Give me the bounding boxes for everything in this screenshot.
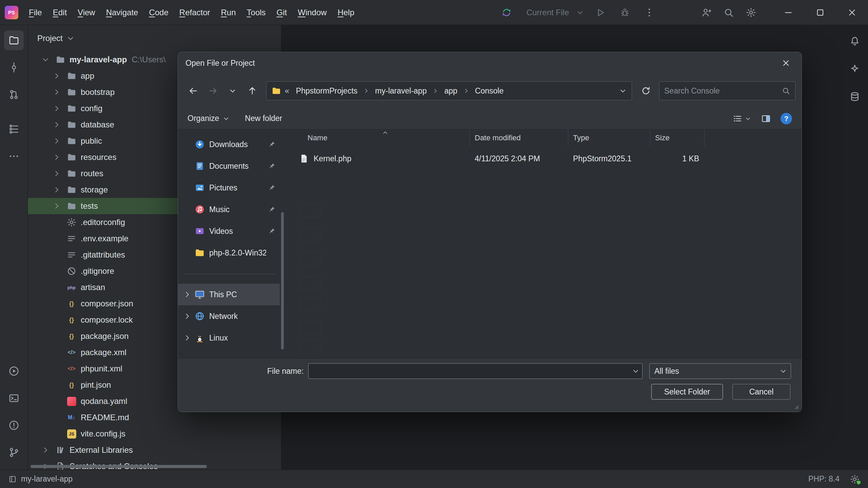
column-header-size[interactable]: Size (650, 129, 705, 146)
preview-pane-button[interactable] (761, 114, 771, 124)
dialog-close-button[interactable] (770, 52, 802, 74)
place-documents[interactable]: Documents (178, 155, 280, 177)
chevron-right-icon[interactable] (183, 290, 194, 299)
status-notifications-icon[interactable] (850, 474, 860, 484)
php-version-widget[interactable]: PHP: 8.4 (808, 474, 840, 484)
select-folder-button[interactable]: Select Folder (651, 384, 723, 400)
chevron-right-icon[interactable] (183, 333, 194, 342)
search-box[interactable] (659, 81, 795, 100)
menu-window[interactable]: Window (293, 5, 332, 20)
tool-commit-button[interactable] (4, 58, 24, 77)
place-downloads[interactable]: Downloads (178, 134, 280, 155)
tree-item-external-libraries[interactable]: External Libraries (28, 442, 281, 458)
up-button[interactable] (243, 82, 261, 100)
tool-project-button[interactable] (4, 30, 24, 50)
address-dropdown-chevron[interactable] (619, 87, 627, 95)
help-button[interactable]: ? (781, 113, 792, 124)
ghost-row (299, 340, 320, 354)
chevron-down-icon[interactable] (574, 3, 586, 22)
menu-git[interactable]: Git (272, 5, 292, 20)
notifications-button[interactable] (845, 31, 865, 51)
view-mode-button[interactable] (732, 114, 751, 124)
chevron-right-icon[interactable] (183, 312, 194, 321)
list-lines-icon (66, 249, 77, 261)
navigation-pane-scrollbar[interactable] (280, 129, 285, 358)
file-row-kernel-php[interactable]: Kernel.php4/11/2025 2:04 PMPhpStorm2025.… (285, 149, 802, 168)
forward-button[interactable] (204, 82, 222, 100)
phpstorm-logo[interactable]: PS (5, 6, 18, 19)
project-tree-hscrollbar[interactable] (31, 465, 207, 468)
run-play-icon[interactable] (591, 3, 610, 22)
breadcrumb-my-laravel-app[interactable]: my-laravel-app (372, 85, 430, 97)
braces-icon: {} (66, 330, 77, 342)
file-name-label: File name: (267, 367, 303, 376)
menu-file[interactable]: File (24, 5, 47, 20)
place-label: Network (209, 312, 238, 321)
menu-tools[interactable]: Tools (242, 5, 271, 20)
menu-help[interactable]: Help (333, 5, 359, 20)
dialog-title-bar[interactable]: Open File or Project (178, 52, 802, 74)
new-folder-button[interactable]: New folder (245, 114, 282, 123)
place-pictures[interactable]: Pictures (178, 177, 280, 199)
tool-more-button[interactable] (4, 146, 24, 166)
debug-icon[interactable] (615, 3, 635, 22)
refresh-button[interactable] (637, 82, 655, 100)
minimize-button[interactable] (772, 0, 804, 25)
maximize-button[interactable] (804, 0, 836, 25)
menu-refactor[interactable]: Refactor (174, 5, 215, 20)
file-type-select[interactable]: All files (649, 363, 791, 379)
project-panel-header[interactable]: Project (28, 25, 281, 52)
back-button[interactable] (184, 82, 202, 100)
status-project-widget[interactable]: my-laravel-app (8, 474, 73, 484)
menu-navigate[interactable]: Navigate (101, 5, 143, 20)
tool-run-button[interactable] (4, 361, 24, 381)
tool-problems-button[interactable] (4, 415, 24, 435)
search-input[interactable] (664, 86, 782, 96)
column-header-name[interactable]: Name (285, 129, 470, 146)
organize-button[interactable]: Organize (188, 114, 230, 123)
tool-version-control-button[interactable] (4, 443, 24, 462)
address-bar[interactable]: «PhpstormProjectsmy-laravel-appappConsol… (266, 81, 632, 100)
file-name-combobox[interactable] (308, 363, 643, 379)
place-network[interactable]: Network (178, 305, 280, 327)
add-user-icon[interactable] (696, 3, 716, 22)
breadcrumb-console[interactable]: Console (472, 85, 507, 97)
place-php-8-2-0-win32[interactable]: php-8.2.0-Win32 (178, 242, 280, 264)
tool-terminal-button[interactable] (4, 388, 24, 408)
chevron-right-icon (52, 153, 66, 162)
search-everywhere-icon[interactable] (719, 3, 738, 22)
ai-assistant-button[interactable] (845, 59, 865, 79)
breadcrumb-overflow[interactable]: « (283, 86, 291, 96)
menu-edit[interactable]: Edit (48, 5, 72, 20)
history-chevron-button[interactable] (223, 82, 242, 100)
tree-item-label: .env.example (81, 234, 129, 243)
place-music[interactable]: Music (178, 199, 280, 220)
menu-run[interactable]: Run (216, 5, 241, 20)
breadcrumb-phpstormprojects[interactable]: PhpstormProjects (293, 85, 361, 97)
tree-item-label: resources (81, 152, 116, 162)
cancel-button[interactable]: Cancel (732, 384, 790, 400)
place-this-pc[interactable]: This PC (178, 284, 280, 305)
place-videos[interactable]: Videos (178, 220, 280, 242)
place-linux[interactable]: Linux (178, 327, 280, 349)
settings-icon[interactable] (741, 3, 761, 22)
sync-icon[interactable] (497, 3, 516, 22)
scrollbar-thumb[interactable] (281, 212, 284, 349)
resize-grip-icon[interactable] (792, 403, 800, 410)
dialog-footer: File name: All files Select Folder Cance… (178, 358, 802, 412)
column-header-type[interactable]: Type (568, 129, 650, 146)
tree-item-vite-config-js[interactable]: JSvite.config.js (28, 426, 281, 442)
tool-structure-button[interactable] (4, 119, 24, 139)
tool-pull-requests-button[interactable] (4, 85, 24, 104)
chevron-down-icon[interactable] (629, 367, 642, 375)
menu-view[interactable]: View (73, 5, 100, 20)
kebab-icon[interactable] (639, 3, 659, 22)
file-name-input[interactable] (309, 367, 629, 376)
database-button[interactable] (845, 87, 865, 106)
run-config-selector[interactable]: Current File (527, 8, 569, 17)
close-button[interactable] (836, 0, 868, 25)
menu-code[interactable]: Code (144, 5, 173, 20)
breadcrumb-app[interactable]: app (441, 85, 460, 97)
tree-item-label: package.json (81, 331, 129, 341)
column-header-date-modified[interactable]: Date modified (470, 129, 568, 146)
